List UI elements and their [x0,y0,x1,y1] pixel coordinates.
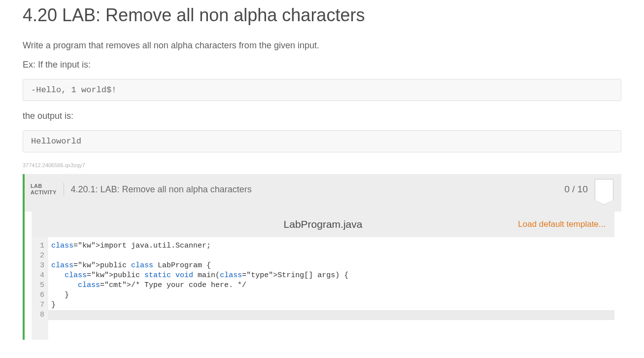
code-area[interactable]: class="kw">import java.util.Scanner; cla… [48,237,614,340]
activity-title: 4.20.1: LAB: Remove all non alpha charac… [71,184,565,195]
lab-activity-tag: LABACTIVITY [31,183,64,195]
input-example-box: -Hello, 1 world$! [23,79,621,101]
editor-header: LabProgram.java Load default template... [32,212,614,237]
code-editor[interactable]: 12345678 class="kw">import java.util.Sca… [32,237,614,340]
output-example-box: Helloworld [23,130,621,152]
activity-score: 0 / 10 [564,184,588,195]
output-intro: the output is: [23,111,621,121]
load-default-template-link[interactable]: Load default template... [518,219,606,229]
line-gutter: 12345678 [32,237,48,340]
activity-header: LABACTIVITY 4.20.1: LAB: Remove all non … [25,174,621,205]
shield-icon [595,179,613,200]
example-intro: Ex: If the input is: [23,60,621,70]
filename-label: LabProgram.java [284,218,363,230]
meta-id: 377412.2406586.qx3zqy7 [23,162,621,168]
activity-body: LabProgram.java Load default template...… [25,212,621,340]
lab-activity-card: LABACTIVITY 4.20.1: LAB: Remove all non … [23,174,621,340]
page-title: 4.20 LAB: Remove all non alpha character… [23,5,621,26]
problem-description: Write a program that removes all non alp… [23,40,621,51]
